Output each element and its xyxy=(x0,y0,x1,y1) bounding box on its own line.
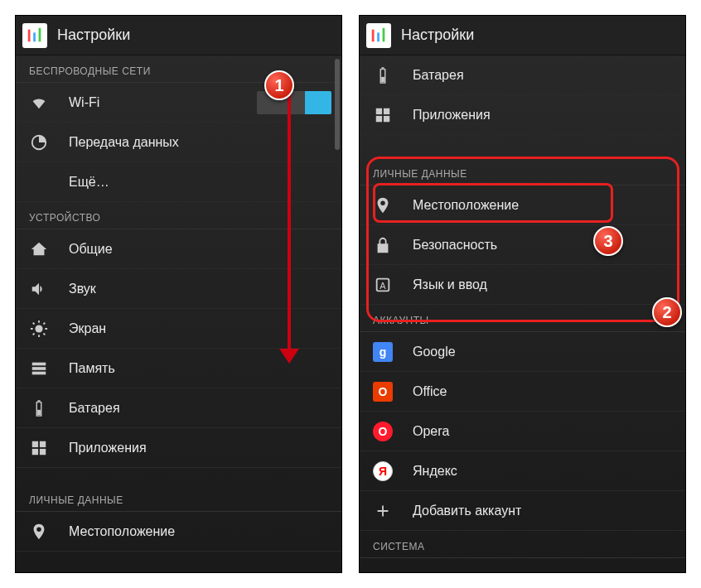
item-label: Приложения xyxy=(413,108,491,123)
section-accounts: АККАУНТЫ xyxy=(360,305,685,332)
item-language[interactable]: A Язык и ввод xyxy=(360,265,685,305)
svg-rect-0 xyxy=(28,29,31,41)
sound-icon xyxy=(29,279,49,299)
plus-icon xyxy=(373,501,393,521)
battery-icon xyxy=(373,65,393,85)
item-label: Звук xyxy=(69,282,96,296)
item-label: Батарея xyxy=(69,401,120,416)
item-label: Office xyxy=(413,384,447,399)
svg-rect-14 xyxy=(377,32,380,41)
svg-rect-18 xyxy=(384,108,389,113)
data-usage-icon xyxy=(29,133,49,152)
item-google[interactable]: g Google xyxy=(360,332,685,372)
language-icon: A xyxy=(373,275,393,295)
settings-app-icon xyxy=(22,23,47,48)
phone-left: Настройки БЕСПРОВОДНЫЕ СЕТИ Wi-Fi Переда… xyxy=(15,15,342,573)
wifi-icon xyxy=(29,93,49,113)
svg-rect-20 xyxy=(384,115,389,121)
item-battery[interactable]: Батарея xyxy=(360,55,685,95)
item-label: Память xyxy=(69,361,115,376)
svg-rect-11 xyxy=(32,448,38,454)
item-label: Язык и ввод xyxy=(413,277,487,292)
section-personal: ЛИЧНЫЕ ДАННЫЕ xyxy=(360,158,685,186)
item-apps[interactable]: Приложения xyxy=(16,428,341,468)
item-label: Безопасность xyxy=(413,238,497,253)
item-label: Местоположение xyxy=(69,524,175,539)
item-label: Экран xyxy=(69,321,106,336)
svg-rect-6 xyxy=(32,367,46,370)
svg-rect-10 xyxy=(40,441,46,446)
item-add-account[interactable]: Добавить аккаунт xyxy=(360,491,685,531)
svg-rect-19 xyxy=(376,115,382,121)
item-sound[interactable]: Звук xyxy=(16,269,341,309)
item-location[interactable]: Местоположение xyxy=(16,512,341,552)
scrollbar[interactable] xyxy=(335,59,340,150)
item-label: Передача данных xyxy=(69,135,179,150)
svg-text:A: A xyxy=(380,280,386,290)
svg-rect-16 xyxy=(381,76,384,81)
battery-icon xyxy=(29,398,49,418)
item-label: Wi-Fi xyxy=(69,95,99,110)
google-icon: g xyxy=(373,342,393,362)
item-label: Батарея xyxy=(413,68,464,83)
item-location[interactable]: Местоположение xyxy=(360,186,685,225)
item-security[interactable]: Безопасность xyxy=(360,225,685,265)
item-data-usage[interactable]: Передача данных xyxy=(16,123,341,162)
storage-icon xyxy=(29,359,49,378)
svg-rect-9 xyxy=(32,441,38,446)
item-label: Местоположение xyxy=(413,198,519,213)
empty-icon xyxy=(29,172,49,192)
location-icon xyxy=(373,195,393,215)
home-icon xyxy=(29,239,49,259)
item-office[interactable]: O Office xyxy=(360,372,685,412)
svg-rect-7 xyxy=(32,371,46,374)
section-device: УСТРОЙСТВО xyxy=(16,202,341,229)
svg-rect-13 xyxy=(372,29,375,41)
svg-rect-1 xyxy=(33,32,36,41)
item-label: Ещё… xyxy=(69,175,109,190)
badge-2: 2 xyxy=(652,297,682,327)
svg-rect-5 xyxy=(32,362,46,365)
settings-header: Настройки xyxy=(16,16,341,55)
svg-rect-15 xyxy=(383,27,385,41)
badge-1: 1 xyxy=(264,70,294,100)
item-label: Google xyxy=(413,345,456,359)
yandex-icon: Я xyxy=(373,461,393,481)
svg-rect-17 xyxy=(376,108,382,113)
settings-header: Настройки xyxy=(360,16,685,55)
lock-icon xyxy=(373,235,393,255)
item-general[interactable]: Общие xyxy=(16,229,341,269)
item-display[interactable]: Экран xyxy=(16,309,341,349)
item-label: Opera xyxy=(413,424,449,439)
section-system: СИСТЕМА xyxy=(360,531,685,558)
item-label: Добавить аккаунт xyxy=(413,504,521,518)
svg-rect-2 xyxy=(39,27,41,41)
item-opera[interactable]: O Opera xyxy=(360,412,685,451)
item-label: Яндекс xyxy=(413,464,457,479)
svg-point-4 xyxy=(35,325,42,332)
arrow-head-icon xyxy=(279,349,299,364)
svg-rect-12 xyxy=(40,448,46,454)
item-more[interactable]: Ещё… xyxy=(16,162,341,202)
section-personal: ЛИЧНЫЕ ДАННЫЕ xyxy=(16,484,341,512)
brightness-icon xyxy=(29,319,49,339)
location-icon xyxy=(29,522,49,542)
phone-right: Настройки Батарея Приложения ЛИЧНЫЕ ДАНН… xyxy=(359,15,686,573)
svg-rect-8 xyxy=(37,409,41,414)
office-icon: O xyxy=(373,382,393,402)
item-yandex[interactable]: Я Яндекс xyxy=(360,451,685,491)
settings-app-icon xyxy=(366,23,391,48)
item-label: Общие xyxy=(69,242,113,257)
apps-icon xyxy=(29,438,49,458)
opera-icon: O xyxy=(373,422,393,441)
arrow-scroll xyxy=(288,80,291,354)
badge-3: 3 xyxy=(593,226,623,256)
item-battery[interactable]: Батарея xyxy=(16,388,341,428)
item-label: Приложения xyxy=(69,441,147,455)
item-apps[interactable]: Приложения xyxy=(360,95,685,135)
header-title: Настройки xyxy=(57,27,130,44)
apps-icon xyxy=(373,105,393,125)
header-title: Настройки xyxy=(401,27,474,44)
